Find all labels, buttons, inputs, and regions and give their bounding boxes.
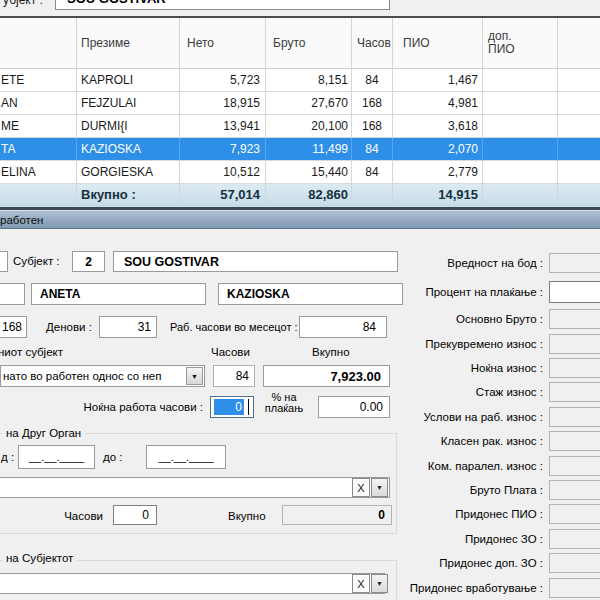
- days-field[interactable]: 31: [99, 316, 157, 338]
- relation-combobox[interactable]: нато во работен однос со неп ▼: [0, 365, 205, 387]
- right-field-input: [549, 480, 600, 500]
- pct-pay-field[interactable]: 0.00: [318, 396, 390, 418]
- month-hours-label: Раб. часови во месецот :: [170, 321, 298, 334]
- relation-hours-field[interactable]: 84: [213, 365, 255, 387]
- subject-code-field[interactable]: 2: [72, 251, 105, 272]
- header-dop-pio: доп. ПИО: [483, 18, 558, 68]
- right-field-input: [549, 253, 600, 273]
- clear-icon[interactable]: X: [352, 478, 370, 497]
- chevron-down-icon[interactable]: ▼: [371, 574, 388, 593]
- right-field-input: [549, 309, 600, 329]
- relation-total-field[interactable]: 7,923.00: [263, 365, 390, 387]
- cell-c6: [483, 138, 558, 160]
- other-organ-combobox[interactable]: [0, 477, 390, 498]
- text-caret: [248, 399, 249, 415]
- total-pio: 14,915: [393, 184, 483, 207]
- right-field-label: Придонес вработување :: [408, 582, 543, 595]
- right-field-input: [549, 529, 600, 549]
- table-row[interactable]: ETEKAPROLI5,7238,151841,467: [0, 69, 600, 92]
- cut-field-b[interactable]: [0, 283, 25, 305]
- cell-c6: [483, 69, 558, 91]
- table-body: ETEKAPROLI5,7238,151841,467ANFEJZULAI18,…: [0, 69, 600, 184]
- right-field-label: Придонес доп. ЗО :: [408, 557, 543, 570]
- total-hours: [352, 184, 393, 207]
- payroll-app-window: убјект : SOU GOSTIVAR Презиме Нето Бруто…: [0, 0, 600, 600]
- table-row[interactable]: MEDURMI{I13,94120,1001683,618: [0, 115, 600, 138]
- cell-c7: [558, 138, 600, 160]
- right-field-input[interactable]: [549, 281, 600, 303]
- cell-c0: TA: [0, 138, 77, 160]
- total-cell-name: [0, 184, 77, 207]
- subject-label: Субјект :: [13, 255, 60, 268]
- top-subject-field[interactable]: SOU GOSTIVAR: [55, 0, 390, 10]
- employee-form: Субјект : 2 SOU GOSTIVAR ANETA KAZIOSKA …: [0, 229, 600, 600]
- cell-c1: DURMI{I: [77, 115, 180, 137]
- header-bruto: Бруто: [266, 18, 352, 68]
- chevron-down-icon[interactable]: ▼: [186, 367, 203, 385]
- subject-name-field[interactable]: SOU GOSTIVAR: [113, 251, 398, 272]
- month-hours-field[interactable]: 84: [299, 316, 387, 338]
- right-field-input: [549, 504, 600, 524]
- cell-c6: [483, 115, 558, 137]
- total-neto: 57,014: [180, 184, 266, 207]
- employee-panel-title: работен: [0, 214, 43, 226]
- header-neto: Нето: [180, 18, 266, 68]
- right-field-input: [549, 358, 600, 378]
- right-field-input: [549, 382, 600, 402]
- other-organ-total-label: Вкупно: [228, 510, 266, 523]
- header-hours: Часов: [352, 18, 393, 68]
- first-name-field[interactable]: ANETA: [31, 283, 206, 305]
- right-field-input: [549, 431, 600, 451]
- last-name-field[interactable]: KAZIOSKA: [218, 283, 403, 305]
- chevron-down-icon[interactable]: ▼: [371, 478, 388, 497]
- right-field-input: [549, 553, 600, 573]
- cell-c6: [483, 92, 558, 114]
- cell-c0: ELINA: [0, 161, 77, 183]
- cell-c1: GORGIESKA: [77, 161, 180, 183]
- cell-c4: 168: [352, 115, 393, 137]
- top-subject-label: убјект :: [3, 0, 43, 7]
- table-header-row: Презиме Нето Бруто Часов ПИО доп. ПИО: [0, 18, 600, 69]
- date-to-input[interactable]: __.__.____: [146, 445, 226, 469]
- cell-c7: [558, 69, 600, 91]
- date-from-input[interactable]: __.__.____: [18, 445, 95, 469]
- cell-c3: 27,670: [266, 92, 352, 114]
- total-hours-field[interactable]: 168: [0, 316, 27, 338]
- right-field-label: Придонес ПИО :: [408, 508, 543, 521]
- right-field-input: [549, 334, 600, 354]
- right-field-input: [549, 456, 600, 476]
- header-name: [0, 18, 77, 68]
- right-field-label: Процент на плаќање :: [408, 286, 543, 299]
- table-row[interactable]: ANFEJZULAI18,91527,6701684,981: [0, 92, 600, 115]
- date-from-label: д :: [1, 451, 14, 464]
- total-bruto: 82,860: [266, 184, 352, 207]
- cell-c0: AN: [0, 92, 77, 114]
- cell-c7: [558, 161, 600, 183]
- table-row[interactable]: ELINAGORGIESKA10,51215,440842,779: [0, 161, 600, 184]
- other-organ-hours-input[interactable]: 0: [113, 505, 157, 525]
- total-filler: [558, 184, 600, 207]
- right-field-label: Услови на раб. износ :: [408, 411, 543, 424]
- night-hours-input[interactable]: 0: [210, 396, 254, 418]
- cell-c2: 7,923: [180, 138, 266, 160]
- table-row[interactable]: TAKAZIOSKA7,92311,499842,070: [0, 138, 600, 161]
- total-label: Вкупно :: [77, 184, 180, 207]
- pct-pay-label: % на плаќањ: [255, 392, 313, 414]
- right-field-label: Основно Бруто :: [408, 313, 543, 326]
- cell-c4: 84: [352, 161, 393, 183]
- cell-c7: [558, 92, 600, 114]
- cell-c4: 168: [352, 92, 393, 114]
- relation-value: нато во работен однос со неп: [1, 370, 161, 382]
- days-label: Денови :: [46, 321, 92, 334]
- cell-c5: 1,467: [393, 69, 483, 91]
- cut-field-a[interactable]: [0, 251, 8, 272]
- clear-icon[interactable]: X: [352, 574, 370, 593]
- employees-table: Презиме Нето Бруто Часов ПИО доп. ПИО ET…: [0, 18, 600, 207]
- subject-combobox[interactable]: [0, 573, 385, 594]
- right-field-label: Класен рак. износ :: [408, 435, 543, 448]
- right-field-label: Прекувремено износ :: [408, 338, 543, 351]
- cell-c0: ETE: [0, 69, 77, 91]
- cell-c3: 20,100: [266, 115, 352, 137]
- right-field-label: Придонес ЗО :: [408, 533, 543, 546]
- total-dop-pio: [483, 184, 558, 207]
